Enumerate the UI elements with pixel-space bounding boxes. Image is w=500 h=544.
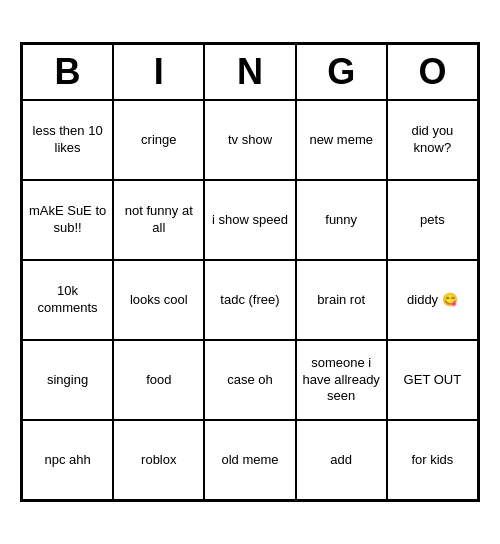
bingo-cell-10: 10k comments — [22, 260, 113, 340]
bingo-cell-3: new meme — [296, 100, 387, 180]
bingo-cell-1: cringe — [113, 100, 204, 180]
bingo-cell-17: case oh — [204, 340, 295, 420]
header-letter-B: B — [22, 44, 113, 100]
bingo-cell-8: funny — [296, 180, 387, 260]
bingo-cell-23: add — [296, 420, 387, 500]
bingo-grid: less then 10 likescringetv shownew memed… — [22, 100, 478, 500]
bingo-cell-2: tv show — [204, 100, 295, 180]
bingo-header: BINGO — [22, 44, 478, 100]
bingo-cell-13: brain rot — [296, 260, 387, 340]
bingo-cell-16: food — [113, 340, 204, 420]
bingo-cell-7: i show speed — [204, 180, 295, 260]
bingo-cell-14: diddy 😋 — [387, 260, 478, 340]
bingo-cell-24: for kids — [387, 420, 478, 500]
bingo-cell-20: npc ahh — [22, 420, 113, 500]
header-letter-I: I — [113, 44, 204, 100]
bingo-cell-9: pets — [387, 180, 478, 260]
bingo-cell-18: someone i have allready seen — [296, 340, 387, 420]
bingo-cell-15: singing — [22, 340, 113, 420]
bingo-cell-12: tadc (free) — [204, 260, 295, 340]
bingo-cell-21: roblox — [113, 420, 204, 500]
bingo-cell-4: did you know? — [387, 100, 478, 180]
bingo-cell-0: less then 10 likes — [22, 100, 113, 180]
bingo-cell-6: not funny at all — [113, 180, 204, 260]
bingo-cell-5: mAkE SuE to sub!! — [22, 180, 113, 260]
bingo-cell-11: looks cool — [113, 260, 204, 340]
bingo-cell-19: GET OUT — [387, 340, 478, 420]
header-letter-N: N — [204, 44, 295, 100]
bingo-card: BINGO less then 10 likescringetv shownew… — [20, 42, 480, 502]
header-letter-G: G — [296, 44, 387, 100]
bingo-cell-22: old meme — [204, 420, 295, 500]
header-letter-O: O — [387, 44, 478, 100]
